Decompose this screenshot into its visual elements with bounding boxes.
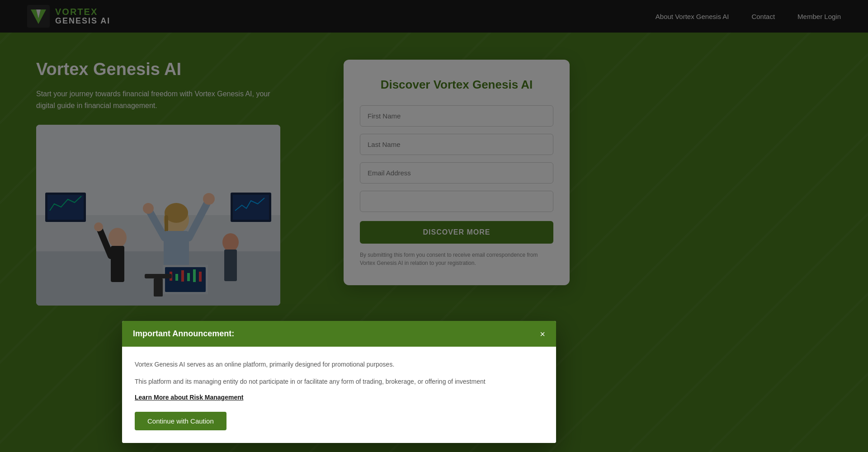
- modal-overlay: Important Announcement: × Vortex Genesis…: [0, 0, 868, 452]
- modal-body: Vortex Genesis AI serves as an online pl…: [122, 347, 556, 443]
- modal-box: Important Announcement: × Vortex Genesis…: [122, 321, 556, 443]
- risk-management-link[interactable]: Learn More about Risk Management: [135, 394, 543, 401]
- modal-header: Important Announcement: ×: [122, 321, 556, 347]
- continue-caution-button[interactable]: Continue with Caution: [135, 412, 226, 430]
- modal-text-2: This platform and its managing entity do…: [135, 377, 543, 387]
- modal-text-1: Vortex Genesis AI serves as an online pl…: [135, 359, 543, 370]
- modal-close-button[interactable]: ×: [540, 330, 545, 339]
- modal-header-title: Important Announcement:: [133, 329, 234, 339]
